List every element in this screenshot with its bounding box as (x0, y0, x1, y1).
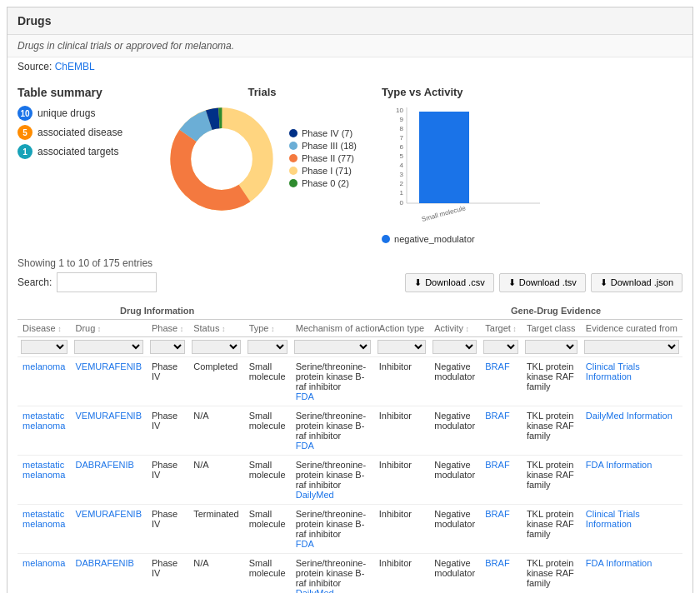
trials-chart-title: Trials (168, 86, 357, 98)
target-link[interactable]: BRAF (485, 411, 509, 421)
description-text: Drugs in clinical trials or approved for… (18, 40, 234, 52)
download-json-button[interactable]: ⬇ Download .json (591, 273, 682, 292)
filter-evidence[interactable] (581, 337, 682, 357)
cell-disease: metastatic melanoma (18, 406, 71, 456)
filter-activity[interactable] (429, 337, 480, 357)
summary-item-disease: 5 associated disease (18, 125, 151, 140)
col-activity[interactable]: Activity (429, 320, 480, 337)
filter-drug[interactable] (71, 337, 147, 357)
svg-text:Small molecule: Small molecule (421, 204, 467, 223)
cell-action-type: Inhibitor (374, 456, 429, 505)
filter-disease[interactable] (18, 337, 71, 357)
mechanism-source-link[interactable]: FDA (296, 539, 314, 549)
cell-status: Terminated (188, 505, 243, 554)
col-type[interactable]: Type (244, 320, 291, 337)
search-area: Search: (18, 272, 157, 292)
download-tsv-icon: ⬇ (508, 277, 516, 288)
drug-link[interactable]: VEMURAFENIB (76, 411, 142, 421)
mechanism-source-link[interactable]: FDA (296, 391, 314, 401)
cell-mechanism: Serine/threonine-protein kinase B-raf in… (291, 456, 374, 505)
filter-target[interactable] (480, 337, 522, 357)
filter-target-class[interactable] (522, 337, 581, 357)
evidence-link[interactable]: DailyMed Information (586, 411, 672, 421)
target-link[interactable]: BRAF (485, 460, 509, 470)
evidence-link[interactable]: FDA Information (586, 558, 652, 568)
filter-action-type[interactable] (374, 337, 429, 357)
evidence-link[interactable]: Clinical Trials Information (586, 361, 640, 381)
cell-mechanism: Serine/threonine-protein kinase B-raf in… (291, 505, 374, 554)
cell-type: Small molecule (244, 456, 291, 505)
legend-phase-i: Phase I (71) (289, 166, 357, 176)
filter-phase[interactable] (147, 337, 188, 357)
legend-phase-iii: Phase III (18) (289, 141, 357, 151)
label-disease: associated disease (38, 127, 122, 138)
disease-link[interactable]: metastatic melanoma (22, 460, 65, 480)
filter-type[interactable] (244, 337, 291, 357)
search-input[interactable] (57, 272, 157, 292)
label-targets: associated targets (38, 146, 118, 157)
disease-link[interactable]: metastatic melanoma (22, 509, 65, 529)
cell-evidence: DailyMed Information (581, 406, 682, 456)
cell-mechanism: Serine/threonine-protein kinase B-raf in… (291, 554, 374, 594)
mechanism-source-link[interactable]: DailyMed (296, 588, 334, 593)
download-tsv-label: Download .tsv (519, 277, 577, 287)
trials-legend: Phase IV (7) Phase III (18) Phase II (77… (289, 128, 357, 191)
type-legend-label: negative_modulator (394, 234, 475, 244)
cell-target-class: TKL protein kinase RAF family (522, 554, 581, 594)
col-target[interactable]: Target (480, 320, 522, 337)
cell-type: Small molecule (244, 554, 291, 594)
mechanism-source-link[interactable]: DailyMed (296, 490, 334, 500)
download-tsv-button[interactable]: ⬇ Download .tsv (499, 273, 586, 292)
source-link[interactable]: ChEMBL (55, 61, 95, 72)
group-empty-1 (18, 302, 71, 320)
disease-link[interactable]: metastatic melanoma (22, 411, 65, 431)
col-phase[interactable]: Phase (147, 320, 188, 337)
svg-text:9: 9 (400, 116, 404, 123)
cell-type: Small molecule (244, 505, 291, 554)
legend-phase-iv: Phase IV (7) (289, 128, 357, 138)
cell-target: BRAF (480, 406, 522, 456)
legend-label-ii: Phase II (77) (302, 153, 354, 163)
cell-activity: Negative modulator (429, 505, 480, 554)
source-line: Source: ChEMBL (8, 57, 692, 79)
filter-mechanism[interactable] (291, 337, 374, 357)
evidence-link[interactable]: Clinical Trials Information (586, 509, 640, 529)
drug-link[interactable]: DABRAFENIB (76, 558, 134, 568)
col-disease[interactable]: Disease (18, 320, 71, 337)
download-csv-label: Download .csv (425, 277, 485, 287)
download-json-icon: ⬇ (600, 277, 608, 288)
download-csv-button[interactable]: ⬇ Download .csv (405, 273, 494, 292)
target-link[interactable]: BRAF (485, 509, 509, 519)
cell-type: Small molecule (244, 357, 291, 406)
cell-disease: melanoma (18, 554, 71, 594)
filter-status[interactable] (188, 337, 243, 357)
legend-dot-iii (289, 142, 298, 150)
target-link[interactable]: BRAF (485, 558, 509, 568)
table-row: metastatic melanoma VEMURAFENIB Phase IV… (18, 406, 682, 456)
page-header: Drugs (8, 7, 692, 35)
data-table: Drug Information Gene-Drug Evidence Dise… (18, 302, 682, 593)
summary-section: Table summary 10 unique drugs 5 associat… (8, 79, 692, 251)
drug-link[interactable]: VEMURAFENIB (76, 509, 142, 519)
target-link[interactable]: BRAF (485, 361, 509, 371)
download-json-label: Download .json (611, 277, 673, 287)
svg-text:4: 4 (400, 162, 404, 169)
label-drugs: unique drugs (38, 107, 95, 119)
col-target-class: Target class (522, 320, 581, 337)
bar-chart-area: 0 1 2 3 4 5 6 7 8 9 10 Small (382, 103, 682, 231)
mechanism-source-link[interactable]: FDA (296, 441, 314, 451)
cell-activity: Negative modulator (429, 554, 480, 594)
description-bar: Drugs in clinical trials or approved for… (8, 35, 692, 57)
disease-link[interactable]: melanoma (22, 361, 65, 371)
badge-targets: 1 (18, 144, 32, 159)
cell-evidence: FDA Information (581, 554, 682, 594)
table-summary: Table summary 10 unique drugs 5 associat… (18, 86, 151, 163)
col-status[interactable]: Status (188, 320, 243, 337)
drug-link[interactable]: DABRAFENIB (76, 460, 134, 470)
disease-link[interactable]: melanoma (22, 558, 65, 568)
col-drug[interactable]: Drug (71, 320, 147, 337)
table-section: Showing 1 to 10 of 175 entries Search: ⬇… (8, 251, 692, 593)
evidence-link[interactable]: FDA Information (586, 460, 652, 470)
drug-link[interactable]: VEMURAFENIB (76, 361, 142, 371)
col-action-type: Action type (374, 320, 429, 337)
